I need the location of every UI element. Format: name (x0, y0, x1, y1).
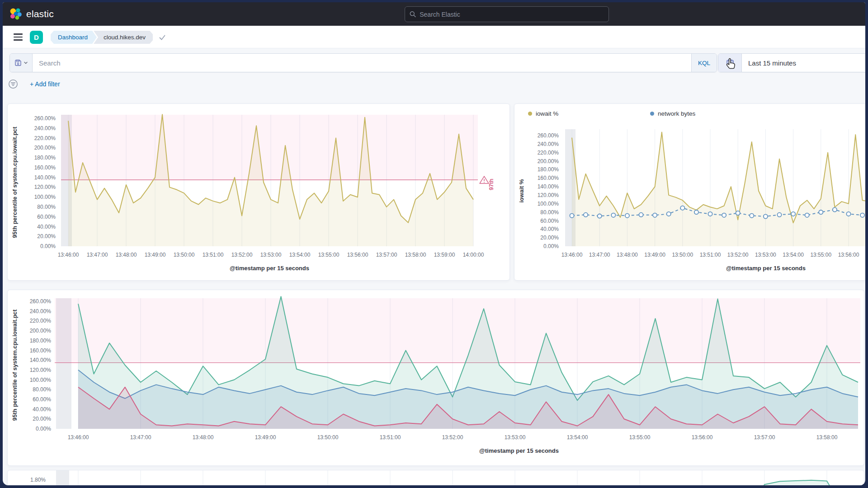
svg-text:240.00%: 240.00% (34, 125, 56, 131)
svg-text:13:48:00: 13:48:00 (617, 252, 638, 258)
svg-text:120.00%: 120.00% (34, 184, 56, 190)
svg-text:80.00%: 80.00% (540, 209, 559, 216)
svg-text:20.00%: 20.00% (37, 233, 56, 239)
svg-text:@timestamp per 15 seconds: @timestamp per 15 seconds (479, 447, 559, 454)
svg-text:40.00%: 40.00% (540, 226, 559, 232)
svg-text:13:56:00: 13:56:00 (692, 434, 713, 441)
chart-canvas-iowait-vs-network[interactable]: 0.00%20.00%40.00%60.00%80.00%100.00%120.… (514, 104, 865, 281)
svg-text:13:50:00: 13:50:00 (317, 434, 339, 441)
svg-text:13:46:00: 13:46:00 (561, 252, 583, 258)
svg-text:40.00%: 40.00% (33, 406, 51, 413)
chart-canvas-partial[interactable]: 1.80% (8, 470, 864, 485)
svg-text:13:54:00: 13:54:00 (567, 434, 588, 441)
svg-text:13:51:00: 13:51:00 (700, 252, 721, 258)
svg-text:40.00%: 40.00% (37, 224, 56, 230)
time-range-value[interactable]: Last 15 minutes (742, 54, 865, 72)
svg-text:60.00%: 60.00% (540, 218, 559, 224)
svg-text:120.00%: 120.00% (30, 367, 52, 373)
check-icon (158, 33, 166, 42)
svg-text:160.00%: 160.00% (30, 347, 52, 354)
svg-text:120.00%: 120.00% (538, 192, 559, 198)
svg-text:240.00%: 240.00% (538, 141, 559, 147)
svg-text:260.00%: 260.00% (30, 298, 52, 305)
calendar-icon (726, 59, 734, 67)
brand-name: elastic (26, 9, 54, 19)
svg-text:13:58:00: 13:58:00 (405, 252, 426, 258)
svg-text:0.00%: 0.00% (36, 426, 51, 432)
svg-text:95th percentile of system.cpu.: 95th percentile of system.cpu.iowait.pct (11, 127, 18, 238)
svg-text:100.00%: 100.00% (538, 201, 559, 207)
svg-text:13:58:00: 13:58:00 (816, 434, 838, 441)
panel-iowait-vs-network[interactable]: iowait % network bytes 0.00%20.00%40.00%… (514, 103, 865, 281)
svg-text:13:46:00: 13:46:00 (58, 252, 79, 258)
global-search-box[interactable] (405, 6, 609, 22)
space-badge[interactable]: D (30, 31, 43, 44)
svg-text:13:49:00: 13:49:00 (644, 252, 665, 258)
query-bar: KQL (9, 53, 717, 72)
svg-text:13:50:00: 13:50:00 (174, 252, 195, 258)
svg-text:13:51:00: 13:51:00 (380, 434, 401, 441)
svg-text:260.00%: 260.00% (34, 115, 56, 122)
svg-text:220.00%: 220.00% (34, 135, 56, 141)
svg-text:13:55:00: 13:55:00 (810, 252, 831, 258)
svg-text:13:56:00: 13:56:00 (347, 252, 368, 258)
breadcrumb-current-page[interactable]: cloud.hikes.dev (94, 31, 153, 44)
svg-text:13:56:00: 13:56:00 (838, 252, 859, 258)
quick-select-calendar-button[interactable] (718, 54, 742, 72)
svg-text:100.00%: 100.00% (34, 194, 56, 200)
chevron-down-icon (24, 61, 28, 65)
svg-text:80.00%: 80.00% (33, 386, 51, 393)
svg-text:140.00%: 140.00% (538, 183, 559, 190)
svg-text:80.00%: 80.00% (37, 204, 56, 210)
svg-text:140.00%: 140.00% (34, 174, 56, 181)
chart-canvas-iowait-95th[interactable]: 0.00%20.00%40.00%60.00%80.00%100.00%120.… (8, 104, 510, 281)
elastic-logo-icon (9, 8, 22, 20)
svg-text:13:55:00: 13:55:00 (629, 434, 651, 441)
svg-text:13:57:00: 13:57:00 (754, 434, 775, 441)
panel-iowait-multi-series[interactable]: 0.00%20.00%40.00%60.00%80.00%100.00%120.… (7, 290, 864, 466)
svg-text:20.00%: 20.00% (540, 235, 559, 241)
svg-text:180.00%: 180.00% (34, 155, 56, 161)
svg-text:13:59:00: 13:59:00 (434, 252, 455, 258)
svg-text:13:48:00: 13:48:00 (193, 434, 214, 441)
svg-text:220.00%: 220.00% (538, 150, 559, 156)
svg-text:0.00%: 0.00% (543, 243, 559, 249)
svg-text:60.00%: 60.00% (37, 214, 56, 220)
svg-text:13:55:00: 13:55:00 (318, 252, 340, 258)
filter-icon[interactable] (8, 79, 18, 89)
panel-iowait-95th[interactable]: 0.00%20.00%40.00%60.00%80.00%100.00%120.… (7, 103, 510, 281)
svg-text:14:00:00: 14:00:00 (463, 252, 484, 258)
svg-text:0.00%: 0.00% (40, 243, 56, 249)
svg-text:13:52:00: 13:52:00 (231, 252, 253, 258)
global-search-input[interactable] (420, 11, 604, 18)
menu-hamburger-icon[interactable] (14, 33, 23, 42)
svg-text:100.00%: 100.00% (30, 377, 52, 383)
chart-canvas-iowait-multi[interactable]: 0.00%20.00%40.00%60.00%80.00%100.00%120.… (8, 290, 864, 466)
kql-language-button[interactable]: KQL (691, 54, 717, 72)
svg-text:200.00%: 200.00% (30, 328, 52, 334)
global-header: elastic (3, 2, 865, 26)
svg-text:160.00%: 160.00% (538, 175, 559, 181)
browser-viewport: elastic D Dashboard cloud.hikes.dev Labs… (3, 2, 865, 485)
svg-text:200.00%: 200.00% (538, 158, 559, 164)
add-filter-button[interactable]: + Add filter (30, 80, 60, 88)
svg-text:140.00%: 140.00% (30, 357, 52, 363)
panel-partial-bottom[interactable]: 1.80% (7, 470, 864, 485)
svg-text:200.00%: 200.00% (34, 145, 56, 151)
svg-text:240.00%: 240.00% (30, 308, 52, 314)
svg-text:220.00%: 220.00% (30, 318, 52, 324)
breadcrumb-dashboard[interactable]: Dashboard (51, 31, 97, 44)
svg-text:13:49:00: 13:49:00 (145, 252, 166, 258)
svg-text:13:52:00: 13:52:00 (442, 434, 463, 441)
svg-text:13:46:00: 13:46:00 (68, 434, 89, 441)
saved-query-menu-button[interactable] (10, 54, 33, 72)
svg-text:60.00%: 60.00% (33, 396, 51, 403)
svg-text:13:47:00: 13:47:00 (589, 252, 610, 258)
svg-text:iowait %: iowait % (518, 179, 525, 202)
svg-text:13:47:00: 13:47:00 (87, 252, 108, 258)
svg-text:13:49:00: 13:49:00 (255, 434, 276, 441)
elastic-logo[interactable]: elastic (9, 8, 54, 20)
kql-search-input[interactable] (39, 59, 685, 67)
svg-text:13:53:00: 13:53:00 (505, 434, 526, 441)
svg-text:95th percentile of system.cpu.: 95th percentile of system.cpu.iowait.pct (11, 309, 18, 421)
